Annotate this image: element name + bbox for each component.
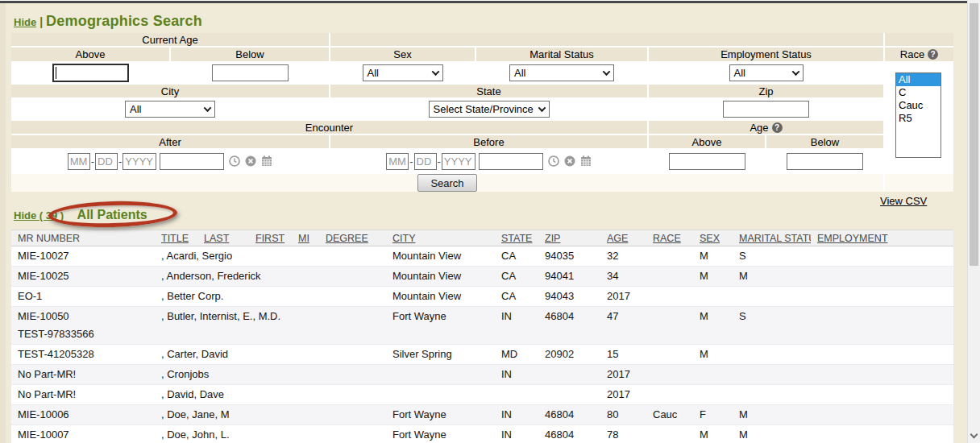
view-csv-link[interactable]: View CSV — [880, 195, 927, 207]
cell-marital: M — [733, 267, 811, 286]
cell-state: IN — [495, 425, 538, 443]
before-time-clock-icon[interactable] — [548, 155, 559, 167]
cell-marital: M — [733, 425, 811, 443]
hide-results-link[interactable]: Hide ( 39 ) — [14, 209, 64, 222]
city-select[interactable]: All — [125, 101, 215, 118]
before-clear-x-circle-icon[interactable] — [564, 155, 575, 167]
cell-zip: 46804 — [538, 425, 600, 443]
current-age-below-label: Below — [171, 48, 329, 61]
state-select[interactable]: Select State/Province — [429, 101, 550, 118]
age-above-input[interactable] — [669, 153, 745, 170]
cell-city: Fort Wayne — [386, 307, 495, 344]
cell-mr: TEST-41205328 — [11, 345, 155, 364]
after-clear-x-circle-icon[interactable] — [245, 155, 256, 167]
before-month-input[interactable] — [386, 153, 409, 170]
table-row[interactable]: MIE-10050 TEST-97833566, Butler, Interni… — [11, 307, 953, 345]
column-header-state[interactable]: STATE — [495, 233, 538, 244]
age-help-icon[interactable]: ? — [772, 122, 783, 133]
cell-sex: M — [693, 246, 733, 266]
cell-zip: 20902 — [538, 345, 600, 364]
demographics-search-form: Current Age Above Below Sex Marital Stat… — [11, 33, 953, 192]
employment-status-select[interactable]: All — [729, 64, 804, 81]
after-day-input[interactable] — [95, 153, 118, 170]
race-option-all[interactable]: All — [896, 73, 941, 86]
cell-sex: M — [693, 267, 733, 286]
after-month-input[interactable] — [68, 153, 90, 170]
column-header-employment[interactable]: EMPLOYMENT — [811, 233, 953, 244]
spacer-cell — [885, 33, 953, 46]
column-header-age[interactable]: AGE — [600, 233, 646, 244]
cell-sex: F — [693, 405, 733, 424]
hide-demographics-link[interactable]: Hide — [14, 16, 36, 28]
cell-city — [386, 365, 495, 384]
cell-zip: 46804 — [538, 405, 600, 424]
table-row[interactable]: MIE-10025, Anderson, FrederickMountain V… — [11, 267, 953, 287]
table-row[interactable]: TEST-41205328, Carter, DavidSilver Sprin… — [11, 345, 953, 365]
sex-select[interactable]: All — [363, 64, 443, 81]
column-header-last[interactable]: LAST — [197, 233, 249, 244]
table-row[interactable]: MIE-10006, Doe, Jane, MFort WayneIN46804… — [11, 405, 953, 425]
column-header-race[interactable]: RACE — [646, 233, 693, 244]
encounter-after-label: After — [11, 135, 329, 148]
after-time-clock-icon[interactable] — [229, 155, 240, 167]
vertical-scrollbar[interactable] — [967, 0, 980, 443]
table-row[interactable]: MIE-10007, Doe, John, L.Fort WayneIN4680… — [11, 425, 953, 443]
cell-state: IN — [495, 307, 538, 344]
cell-age: 47 — [600, 307, 646, 344]
before-date-text-input[interactable] — [479, 153, 543, 170]
race-option-c[interactable]: C — [896, 86, 941, 99]
cell-race — [646, 246, 693, 266]
after-calendar-icon[interactable] — [261, 155, 272, 167]
age-above-label: Above — [649, 135, 765, 148]
cell-age: 2017 — [600, 385, 646, 404]
cell-name: , Carter, David — [155, 345, 386, 364]
race-help-icon[interactable]: ? — [928, 49, 938, 60]
before-year-input[interactable] — [442, 153, 475, 170]
column-header-zip[interactable]: ZIP — [538, 233, 600, 244]
cell-zip: 46804 — [538, 307, 600, 344]
age-below-input[interactable] — [787, 153, 863, 170]
before-day-input[interactable] — [414, 153, 437, 170]
zip-input[interactable] — [723, 101, 809, 118]
column-header-sex[interactable]: SEX — [693, 233, 733, 244]
cell-age: 78 — [600, 425, 646, 443]
table-row[interactable]: MIE-10027, Acardi, SergioMountain ViewCA… — [11, 246, 953, 267]
marital-status-select[interactable]: All — [509, 64, 614, 81]
after-year-input[interactable] — [122, 153, 156, 170]
cell-sex — [693, 385, 733, 404]
race-option-cauc[interactable]: Cauc — [896, 99, 941, 112]
cell-sex — [693, 365, 733, 384]
employment-status-label: Employment Status — [649, 48, 883, 61]
text-cursor — [56, 67, 56, 79]
table-row[interactable]: No Part-MR!, CronjobsIN2017 — [11, 365, 953, 385]
scrollbar-thumb[interactable] — [970, 3, 978, 266]
table-row[interactable]: EO-1, Better Corp.Mountain ViewCA9404320… — [11, 287, 953, 307]
cell-age: 32 — [600, 246, 646, 266]
column-header-degree[interactable]: DEGREE — [319, 233, 386, 244]
cell-state: CA — [495, 287, 538, 306]
column-header-mi[interactable]: MI — [292, 233, 319, 244]
cell-name: , David, Dave — [155, 385, 386, 404]
column-header-marital-status[interactable]: MARITAL STATUS — [733, 233, 811, 244]
after-date-text-input[interactable] — [160, 153, 224, 170]
column-header-mr-number: MR NUMBER — [11, 233, 155, 244]
window-left-border — [0, 0, 6, 443]
cell-employment — [811, 246, 953, 266]
cell-employment — [811, 365, 953, 384]
cell-employment — [811, 385, 953, 404]
column-header-first[interactable]: FIRST — [249, 233, 292, 244]
current-age-below-input[interactable] — [212, 64, 289, 81]
cell-marital — [733, 287, 811, 306]
current-age-above-input[interactable] — [52, 64, 129, 82]
scroll-down-chevron-icon[interactable] — [970, 431, 978, 439]
race-listbox[interactable]: AllCCaucR5 — [895, 72, 941, 158]
before-calendar-icon[interactable] — [580, 155, 592, 167]
column-header-title[interactable]: TITLE — [155, 233, 197, 244]
cell-age: 2017 — [600, 287, 646, 306]
race-option-r5[interactable]: R5 — [896, 112, 941, 125]
cell-sex: M — [693, 307, 733, 344]
cell-name: , Better Corp. — [155, 287, 386, 306]
column-header-city[interactable]: CITY — [386, 233, 495, 244]
table-row[interactable]: No Part-MR!, David, Dave2017 — [11, 385, 953, 405]
search-button[interactable]: Search — [417, 174, 476, 192]
